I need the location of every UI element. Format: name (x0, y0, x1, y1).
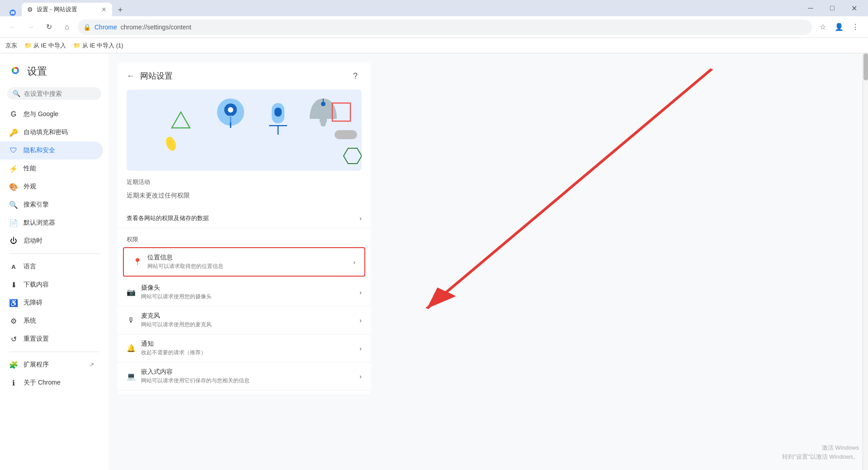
sidebar-item-autofill[interactable]: 🔑 自动填充和密码 (0, 123, 103, 141)
svg-point-17 (321, 102, 326, 106)
sidebar-item-system[interactable]: ⚙ 系统 (0, 312, 103, 330)
search-input[interactable] (24, 90, 96, 97)
accessibility-icon: ♿ (9, 298, 18, 307)
microphone-permission-row[interactable]: 🎙 麦克风 网站可以请求使用您的麦克风 › (118, 306, 371, 334)
minimize-button[interactable]: ─ (800, 0, 821, 16)
recent-activity-section: 近期活动 近期未更改过任何权限 (118, 171, 371, 209)
browser-scrollbar[interactable] (863, 53, 868, 470)
site-settings-header: ← 网站设置 ? (118, 62, 371, 89)
microphone-permission-desc: 网站可以请求使用您的麦克风 (141, 321, 359, 329)
sidebar-item-extensions-label: 扩展程序 (24, 361, 49, 369)
chrome-logo (9, 64, 22, 78)
camera-permission-info: 摄像头 网站可以请求使用您的摄像头 (141, 284, 359, 301)
tab-bar: ⚙ 设置 - 网站设置 ✕ + (4, 0, 800, 16)
system-icon: ⚙ (9, 316, 18, 325)
sidebar-item-appearance[interactable]: 🎨 外观 (0, 178, 103, 196)
system-menu-icon[interactable] (9, 9, 16, 16)
tab-title: 设置 - 网站设置 (37, 5, 98, 14)
sidebar-item-accessibility-label: 无障碍 (24, 299, 42, 307)
about-icon: ℹ (9, 378, 18, 387)
settings-header: 设置 (0, 61, 108, 87)
profile-button[interactable]: 👤 (832, 20, 846, 34)
privacy-icon: 🛡 (9, 146, 18, 155)
back-to-settings-button[interactable]: ← (127, 71, 135, 81)
site-settings-illustration (127, 89, 362, 171)
svg-point-12 (276, 110, 280, 114)
google-icon: G (9, 110, 18, 119)
camera-permission-desc: 网站可以请求使用您的摄像头 (141, 293, 359, 301)
sidebar-divider-2 (9, 352, 99, 352)
sidebar-item-performance[interactable]: ⚡ 性能 (0, 160, 103, 178)
embedded-permission-desc: 网站可以请求使用它们保存的与您相关的信息 (141, 377, 359, 385)
folder-icon2: 📁 (73, 42, 80, 49)
camera-icon: 📷 (127, 288, 136, 297)
location-permission-row[interactable]: 📍 位置信息 网站可以请求取得您的位置信息 › (124, 248, 364, 276)
close-button[interactable]: ✕ (844, 0, 864, 16)
sidebar-item-language[interactable]: A 语言 (0, 258, 103, 276)
microphone-icon: 🎙 (127, 316, 136, 325)
sidebar: 设置 🔍 G 您与 Google 🔑 自动填充和密码 🛡 隐私和安全 (0, 53, 108, 470)
sidebar-item-system-label: 系统 (24, 317, 36, 325)
extensions-icon: 🧩 (9, 360, 18, 369)
home-button[interactable]: ⌂ (60, 20, 74, 34)
nav-right-buttons: ☆ 👤 ⋮ (816, 20, 863, 34)
refresh-button[interactable]: ↻ (42, 20, 56, 34)
sidebar-item-downloads-label: 下载内容 (24, 281, 49, 289)
forward-button[interactable]: → (24, 20, 38, 34)
sidebar-item-reset[interactable]: ↺ 重置设置 (0, 330, 103, 348)
bookmarks-bar: 京东 📁 从 IE 中导入 📁 从 IE 中导入 (1) (0, 38, 868, 53)
sidebar-item-google-label: 您与 Google (24, 110, 58, 118)
bookmark-jd-label: 京东 (5, 42, 17, 50)
sidebar-item-reset-label: 重置设置 (24, 335, 49, 343)
svg-point-16 (321, 121, 326, 127)
sidebar-divider-1 (9, 254, 99, 254)
close-tab-button[interactable]: ✕ (101, 6, 107, 13)
svg-rect-20 (335, 130, 357, 139)
permissions-section: 权限 📍 位置信息 网站可以请求取得您的位置信息 › (118, 228, 371, 394)
address-lock-icon: 🔒 (83, 24, 91, 31)
bookmark-ie-import2[interactable]: 📁 从 IE 中导入 (1) (73, 42, 123, 50)
notifications-permission-info: 通知 收起不需要的请求（推荐） (141, 340, 359, 357)
sidebar-item-downloads[interactable]: ⬇ 下载内容 (0, 276, 103, 294)
downloads-icon: ⬇ (9, 280, 18, 289)
sidebar-item-appearance-label: 外观 (24, 183, 36, 191)
help-button[interactable]: ? (349, 70, 362, 82)
sidebar-item-about-label: 关于 Chrome (24, 379, 61, 387)
sidebar-item-search-label: 搜索引擎 (24, 201, 49, 209)
bookmark-jd[interactable]: 京东 (5, 42, 17, 50)
recent-activity-empty: 近期未更改过任何权限 (127, 190, 362, 202)
folder-icon: 📁 (24, 42, 32, 49)
svg-marker-21 (344, 148, 362, 164)
sidebar-item-search[interactable]: 🔍 搜索引擎 (0, 196, 103, 214)
address-bar[interactable]: 🔒 Chrome chrome://settings/content (78, 19, 812, 35)
embedded-icon: 💻 (127, 372, 136, 381)
embedded-permission-row[interactable]: 💻 嵌入式内容 网站可以请求使用它们保存的与您相关的信息 › (118, 362, 371, 390)
location-permission-desc: 网站可以请求取得您的位置信息 (147, 263, 353, 270)
sidebar-item-privacy[interactable]: 🛡 隐私和安全 (0, 141, 103, 160)
sidebar-item-default-browser[interactable]: 📄 默认浏览器 (0, 214, 103, 232)
scrollbar-thumb[interactable] (863, 53, 868, 80)
maximize-button[interactable]: □ (822, 0, 843, 16)
notifications-permission-row[interactable]: 🔔 通知 收起不需要的请求（推荐） › (118, 334, 371, 362)
bookmark-ie-import[interactable]: 📁 从 IE 中导入 (24, 42, 66, 50)
active-tab[interactable]: ⚙ 设置 - 网站设置 ✕ (22, 3, 112, 16)
sidebar-item-about[interactable]: ℹ 关于 Chrome (0, 374, 103, 392)
bookmark-button[interactable]: ☆ (816, 20, 830, 34)
illustration-svg (127, 94, 362, 166)
camera-permission-row[interactable]: 📷 摄像头 网站可以请求使用您的摄像头 › (118, 278, 371, 306)
menu-button[interactable]: ⋮ (848, 20, 863, 34)
sidebar-item-performance-label: 性能 (24, 164, 36, 173)
sidebar-item-extensions[interactable]: 🧩 扩展程序 ↗ (0, 356, 103, 374)
back-button[interactable]: ← (5, 20, 20, 34)
sidebar-item-accessibility[interactable]: ♿ 无障碍 (0, 294, 103, 312)
location-permission-highlight-box: 📍 位置信息 网站可以请求取得您的位置信息 › (123, 247, 365, 277)
sidebar-item-google[interactable]: G 您与 Google (0, 105, 103, 123)
view-all-permissions-link[interactable]: 查看各网站的权限及储存的数据 › (118, 209, 371, 228)
camera-permission-arrow-icon: › (359, 289, 362, 296)
sidebar-item-language-label: 语言 (24, 263, 36, 271)
sidebar-item-default-browser-label: 默认浏览器 (24, 219, 55, 227)
new-tab-button[interactable]: + (114, 4, 127, 16)
sidebar-item-startup[interactable]: ⏻ 启动时 (0, 232, 103, 250)
embedded-permission-name: 嵌入式内容 (141, 368, 359, 376)
title-bar: ⚙ 设置 - 网站设置 ✕ + ─ □ ✕ (0, 0, 868, 16)
